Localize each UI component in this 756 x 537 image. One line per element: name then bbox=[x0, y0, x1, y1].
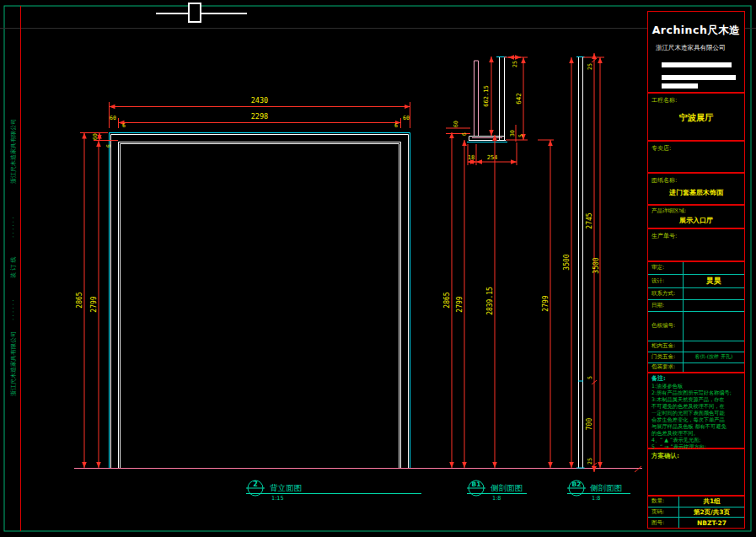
row-label: 日期: bbox=[648, 300, 684, 311]
view-scale-b1: 1:8 bbox=[492, 495, 501, 502]
row-value: 炅昊 bbox=[684, 275, 744, 287]
dim-25-b2-bottom: 25 bbox=[587, 458, 593, 465]
view-scale-b2: 1:8 bbox=[592, 495, 600, 502]
footer-label: 页码: bbox=[648, 507, 679, 518]
dim-3500-b2-left: 3500 bbox=[563, 254, 571, 270]
dim-60-b1: 60 bbox=[453, 121, 459, 127]
dim-2865-b1: 2865 bbox=[443, 292, 451, 308]
note-line: 与展厅样品及色板 都有不可避免 bbox=[648, 423, 744, 430]
title-block-store: 专卖店: bbox=[647, 141, 745, 173]
dim-5-b1: 5 bbox=[517, 134, 524, 137]
table-row: 联系方式: bbox=[648, 288, 744, 300]
title-block-area: 产品详细区域: 展示入口厅 bbox=[647, 205, 745, 228]
table-row: 门类五金: 客供-(按样 开孔) bbox=[648, 352, 744, 363]
row-label: 审定: bbox=[648, 262, 684, 274]
section-b1-dimensions: 25 642 662.15 60 6 30 5 18 254 2865 2799… bbox=[443, 56, 528, 468]
row-value bbox=[684, 300, 744, 311]
dim-25-b1: 25 bbox=[512, 61, 518, 67]
project-label: 工程名称: bbox=[648, 94, 744, 105]
fold-dots-top: · · · · · · bbox=[10, 217, 17, 238]
production-no-label: 生产单号: bbox=[648, 229, 744, 240]
row-value bbox=[684, 312, 744, 341]
view-name-elevation: 背立面图 bbox=[270, 483, 302, 492]
dim-662: 662.15 bbox=[483, 85, 490, 106]
drawing-name-value: 进门套基层木饰面 bbox=[648, 188, 744, 197]
dim-60-top-right: 60 bbox=[403, 115, 410, 121]
company-name: 浙江尺木造家具有限公司 bbox=[656, 44, 744, 52]
fold-company-bottom: 浙江尺木造家具有限公司 bbox=[10, 331, 17, 396]
dim-6-top-right: 6 bbox=[394, 122, 398, 129]
top-fold-box bbox=[188, 3, 201, 23]
drawing-area: 浙江尺木造家具有限公司 · · · · · · 装 订 线 · · · · · … bbox=[0, 0, 756, 537]
note-line: 不可避免的色差及纹理不同，在 bbox=[648, 403, 744, 410]
redacted-bar bbox=[662, 75, 736, 80]
elevation-dimensions: 2430 2298 60 60 6 6 60 6 2865 2799 bbox=[76, 96, 410, 468]
area-label: 产品详细区域: bbox=[648, 206, 744, 215]
redacted-bar bbox=[662, 83, 698, 89]
row-value: 客供-(按样 开孔) bbox=[684, 352, 744, 362]
title-block-drawing-name: 图纸名称: 进门套基层木饰面 bbox=[647, 173, 745, 205]
note-line: 的色差及纹理不同。 bbox=[648, 430, 744, 437]
dim-6-b1: 6 bbox=[461, 132, 468, 136]
dim-2839-b1: 2839.15 bbox=[486, 287, 494, 315]
footer-row: 数量: 共1组 bbox=[648, 497, 744, 507]
area-value: 展示入口厅 bbox=[648, 216, 744, 225]
door-elevation bbox=[110, 133, 410, 469]
dim-60-top-left: 60 bbox=[110, 115, 116, 121]
dim-3500-b2-right: 3500 bbox=[592, 257, 600, 273]
view-bubble-2: 2 bbox=[253, 481, 258, 488]
table-row: 包装要求: bbox=[648, 363, 744, 372]
dim-30-b1: 30 bbox=[509, 130, 516, 137]
note-line: 3:木制品属天然资源产品，存在 bbox=[648, 396, 744, 403]
view-label-b1: B1 侧剖面图 1:8 bbox=[467, 481, 527, 502]
table-row: 审定: bbox=[648, 262, 744, 275]
note-line: 2:所有产品按图所示写好名称编号; bbox=[648, 389, 744, 396]
dim-2799-left: 2799 bbox=[90, 296, 98, 312]
cad-canvas: 浙江尺木造家具有限公司 · · · · · · 装 订 线 · · · · · … bbox=[0, 0, 756, 537]
section-b2-panel bbox=[576, 57, 585, 469]
footer-row: 图号: NBZT-27 bbox=[648, 518, 744, 528]
note-line: 4、“ ▲ ”表示见光面; bbox=[648, 437, 744, 443]
dim-18: 18 bbox=[468, 154, 475, 161]
footer-value: NBZT-27 bbox=[679, 518, 744, 528]
fold-dots-bottom: · · · · · · bbox=[10, 300, 17, 320]
dim-2865-left: 2865 bbox=[76, 292, 83, 308]
view-scale-elevation: 1:15 bbox=[271, 495, 284, 502]
row-value bbox=[684, 341, 744, 352]
footer-label: 图号: bbox=[648, 518, 679, 528]
row-label: 包装要求: bbox=[648, 363, 684, 372]
footer-label: 数量: bbox=[648, 497, 679, 507]
dim-2298: 2298 bbox=[251, 112, 268, 121]
row-value bbox=[684, 262, 744, 274]
project-value: 宁波展厅 bbox=[648, 112, 744, 124]
title-block-production-no: 生产单号: bbox=[647, 228, 745, 261]
footer-value: 共1组 bbox=[679, 497, 744, 507]
table-row: 日期: bbox=[648, 300, 744, 312]
view-label-elevation: 2 背立面图 1:15 bbox=[246, 481, 421, 502]
view-label-b2: B2 侧剖面图 1:8 bbox=[567, 481, 630, 502]
note-line: 一定时间的光照下表面颜色可能 bbox=[648, 410, 744, 416]
dim-2430: 2430 bbox=[251, 96, 268, 105]
dim-2799-b1: 2799 bbox=[456, 296, 464, 312]
top-fold-line bbox=[156, 13, 247, 14]
row-label: 门类五金: bbox=[648, 352, 684, 362]
dim-60-left-vert: 60 bbox=[92, 133, 99, 140]
binding-margin: 浙江尺木造家具有限公司 · · · · · · 装 订 线 · · · · · … bbox=[10, 119, 17, 396]
note-line: 1:油漆参色板 bbox=[648, 383, 744, 389]
title-block-footer: 数量: 共1组 页码: 第2页/共3页 图号: NBZT-27 bbox=[647, 496, 745, 529]
view-bubble-b2: B2 bbox=[572, 481, 582, 488]
section-b2-dimensions: 2799 3500 25 2745 5 700 25 3500 bbox=[538, 53, 604, 472]
dim-642: 642 bbox=[515, 93, 523, 105]
fold-company-top: 浙江尺木造家具有限公司 bbox=[10, 119, 17, 184]
drawing-name-label: 图纸名称: bbox=[648, 174, 744, 185]
dim-254: 254 bbox=[487, 154, 498, 161]
table-row: 设计: 炅昊 bbox=[648, 275, 744, 288]
dim-5-b2: 5 bbox=[587, 376, 593, 379]
dim-2799-b2: 2799 bbox=[542, 295, 550, 311]
confirm-label: 方案确认: bbox=[648, 449, 744, 460]
row-label: 联系方式: bbox=[648, 288, 684, 299]
view-name-b1: 侧剖面图 bbox=[491, 483, 523, 492]
row-label: 色板编号: bbox=[648, 312, 684, 341]
view-name-b2: 侧剖面图 bbox=[590, 483, 622, 492]
title-block-project: 工程名称: 宁波展厅 bbox=[647, 93, 745, 141]
